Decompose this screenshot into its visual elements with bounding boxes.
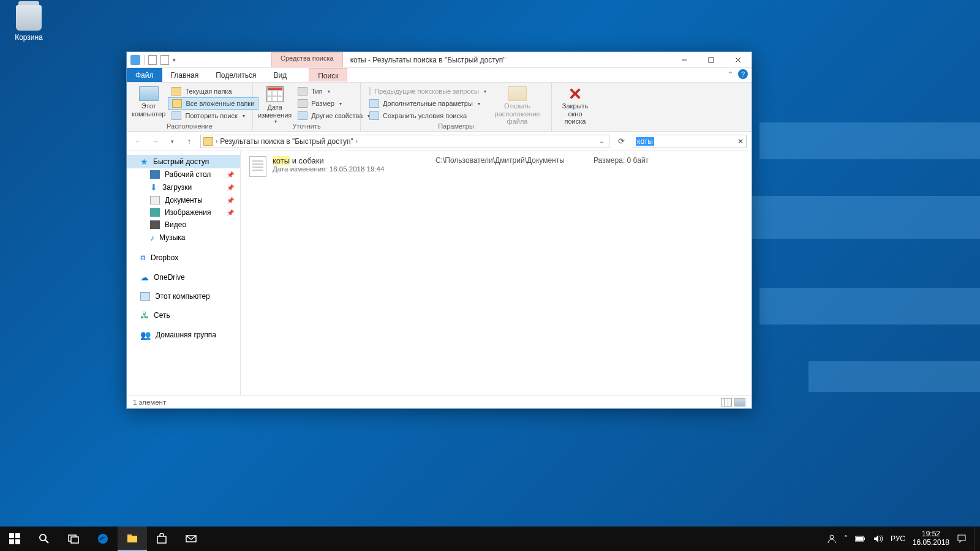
list-icon bbox=[369, 99, 379, 108]
explorer-button[interactable] bbox=[118, 527, 147, 551]
svg-rect-1 bbox=[709, 58, 714, 62]
clock-date: 16.05.2018 bbox=[913, 539, 949, 547]
battery-icon[interactable] bbox=[855, 535, 866, 542]
nav-this-pc[interactable]: Этот компьютер bbox=[127, 290, 240, 302]
start-button[interactable] bbox=[0, 527, 29, 551]
people-icon[interactable] bbox=[827, 534, 837, 544]
star-icon: ★ bbox=[140, 157, 148, 167]
nav-forward-button[interactable]: → bbox=[149, 135, 161, 148]
nav-network[interactable]: 🖧Сеть bbox=[127, 309, 240, 322]
properties-icon bbox=[298, 111, 307, 120]
system-tray: ˄ РУС 19:52 16.05.2018 bbox=[827, 527, 980, 551]
mail-button[interactable] bbox=[176, 527, 206, 551]
nav-pictures[interactable]: Изображения📌 bbox=[127, 206, 240, 219]
text-file-icon bbox=[249, 156, 266, 177]
tab-search[interactable]: Поиск bbox=[309, 68, 347, 82]
svg-rect-8 bbox=[9, 539, 14, 544]
item-count: 1 элемент bbox=[133, 399, 166, 406]
view-large-icons-button[interactable] bbox=[734, 398, 745, 407]
svg-point-19 bbox=[830, 535, 834, 539]
save-icon bbox=[369, 111, 379, 120]
pictures-icon bbox=[150, 208, 160, 217]
clock[interactable]: 19:52 16.05.2018 bbox=[913, 530, 949, 547]
quick-access-toolbar: ▾ bbox=[127, 52, 179, 67]
separator bbox=[144, 55, 145, 65]
close-search-button[interactable]: Закрыть окно поиска bbox=[557, 84, 594, 131]
maximize-button[interactable] bbox=[698, 52, 725, 68]
show-desktop-button[interactable] bbox=[974, 527, 978, 551]
download-icon: ⬇ bbox=[150, 182, 157, 192]
address-dropdown-icon[interactable]: ⌄ bbox=[597, 138, 606, 144]
action-center-icon[interactable] bbox=[957, 534, 967, 544]
svg-rect-13 bbox=[71, 537, 78, 543]
all-subfolders-button[interactable]: Все вложенные папки bbox=[168, 97, 258, 110]
status-bar: 1 элемент bbox=[127, 395, 752, 408]
app-icon[interactable] bbox=[130, 55, 140, 65]
recycle-bin-icon bbox=[16, 5, 42, 31]
tab-share[interactable]: Поделиться bbox=[207, 68, 265, 82]
breadcrumb-segment[interactable]: Результаты поиска в "Быстрый доступ" bbox=[220, 137, 353, 146]
search-input[interactable]: коты ✕ bbox=[633, 135, 747, 148]
svg-rect-17 bbox=[157, 536, 166, 543]
view-details-button[interactable] bbox=[721, 398, 732, 407]
date-label: Дата изменения bbox=[258, 103, 292, 119]
address-field[interactable]: › Результаты поиска в "Быстрый доступ" ›… bbox=[200, 135, 609, 148]
nav-desktop[interactable]: Рабочий стол📌 bbox=[127, 168, 240, 181]
tab-file[interactable]: Файл bbox=[127, 68, 162, 82]
size-icon bbox=[298, 99, 307, 108]
search-button[interactable] bbox=[29, 527, 59, 551]
ribbon-tabs: Файл Главная Поделиться Вид Поиск ⌃ ? bbox=[127, 68, 752, 83]
minimize-button[interactable] bbox=[671, 52, 698, 68]
qat-newfolder-icon[interactable] bbox=[160, 55, 169, 65]
collapse-ribbon-icon[interactable]: ⌃ bbox=[728, 70, 733, 78]
nav-back-button[interactable]: ← bbox=[132, 135, 144, 148]
result-item[interactable]: коты и собаки Дата изменения: 16.05.2018… bbox=[249, 156, 743, 177]
chevron-right-icon[interactable]: › bbox=[216, 138, 217, 144]
nav-music[interactable]: ♪Музыка bbox=[127, 231, 240, 244]
chevron-right-icon[interactable]: › bbox=[356, 138, 358, 144]
nav-dropbox[interactable]: ⧈Dropbox bbox=[127, 250, 240, 264]
qat-customize-icon[interactable]: ▾ bbox=[173, 57, 176, 63]
videos-icon bbox=[150, 220, 160, 229]
task-view-button[interactable] bbox=[59, 527, 88, 551]
close-search-label: Закрыть окно поиска bbox=[557, 102, 594, 126]
ribbon: Этот компьютер Текущая папка Все вложенн… bbox=[127, 83, 752, 132]
svg-rect-9 bbox=[15, 539, 20, 544]
save-search-button[interactable]: Сохранить условия поиска bbox=[366, 110, 486, 122]
onedrive-icon: ☁ bbox=[140, 272, 149, 282]
network-icon: 🖧 bbox=[140, 310, 149, 320]
refresh-button[interactable]: ⟳ bbox=[614, 137, 628, 146]
type-icon bbox=[298, 87, 307, 96]
svg-rect-7 bbox=[15, 533, 20, 538]
svg-rect-6 bbox=[9, 533, 14, 538]
nav-documents[interactable]: Документы📌 bbox=[127, 194, 240, 206]
search-query-text: коты bbox=[636, 137, 654, 146]
close-button[interactable] bbox=[725, 52, 752, 68]
clear-search-icon[interactable]: ✕ bbox=[737, 137, 744, 146]
language-indicator[interactable]: РУС bbox=[891, 534, 905, 543]
tray-overflow-icon[interactable]: ˄ bbox=[844, 534, 848, 543]
volume-icon[interactable] bbox=[873, 534, 883, 543]
tab-view[interactable]: Вид bbox=[265, 68, 295, 82]
nav-quick-access[interactable]: ★Быстрый доступ bbox=[127, 155, 240, 168]
current-folder-button[interactable]: Текущая папка bbox=[168, 85, 258, 97]
qat-properties-icon[interactable] bbox=[148, 55, 157, 65]
recent-searches-button[interactable]: Предыдущие поисковые запросы▾ bbox=[366, 85, 486, 97]
search-again-button[interactable]: Повторить поиск▾ bbox=[168, 110, 258, 122]
recycle-bin[interactable]: Корзина bbox=[5, 5, 53, 42]
nav-recent-button[interactable]: ▾ bbox=[166, 135, 178, 148]
nav-homegroup[interactable]: 👥Домашняя группа bbox=[127, 328, 240, 342]
window-title: коты - Результаты поиска в "Быстрый дост… bbox=[343, 52, 671, 67]
nav-downloads[interactable]: ⬇Загрузки📌 bbox=[127, 181, 240, 194]
nav-up-button[interactable]: ↑ bbox=[183, 135, 195, 148]
tab-home[interactable]: Главная bbox=[162, 68, 208, 82]
store-button[interactable] bbox=[147, 527, 176, 551]
advanced-options-button[interactable]: Дополнительные параметры▾ bbox=[366, 97, 486, 110]
help-icon[interactable]: ? bbox=[738, 69, 748, 79]
folder-icon bbox=[203, 137, 213, 146]
edge-button[interactable] bbox=[88, 527, 118, 551]
svg-rect-23 bbox=[958, 535, 965, 541]
nav-videos[interactable]: Видео bbox=[127, 219, 240, 231]
result-title: коты и собаки bbox=[273, 156, 429, 165]
nav-onedrive[interactable]: ☁OneDrive bbox=[127, 271, 240, 284]
